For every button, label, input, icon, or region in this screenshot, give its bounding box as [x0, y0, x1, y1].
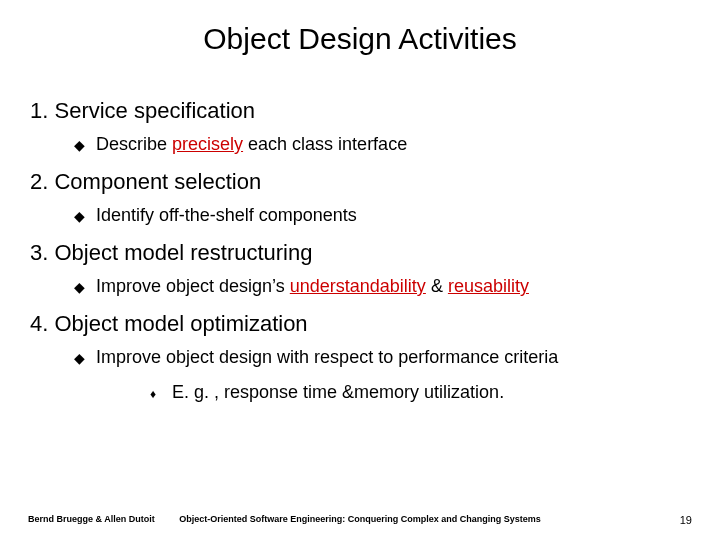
item-heading: Component selection — [54, 169, 261, 194]
bullet-icon: ◆ — [74, 278, 96, 296]
bullet-highlight: precisely — [172, 134, 243, 154]
bullet-highlight: understandability — [290, 276, 426, 296]
item-number: 4. — [30, 311, 48, 336]
bullet-pre: Describe — [96, 134, 172, 154]
bullet-text: Identify off-the-shelf components — [96, 205, 357, 226]
list-item-2: 2. Component selection — [30, 169, 690, 195]
item-heading: Object model optimization — [54, 311, 307, 336]
item-number: 3. — [30, 240, 48, 265]
bullet-row: ◆ Improve object design with respect to … — [74, 347, 690, 368]
bullet-text: Improve object design’s understandabilit… — [96, 276, 529, 297]
sub-bullet-icon: ♦ — [150, 385, 172, 403]
slide-title: Object Design Activities — [0, 0, 720, 66]
bullet-highlight-2: reusability — [448, 276, 529, 296]
list-item-4: 4. Object model optimization — [30, 311, 690, 337]
footer: Bernd Bruegge & Allen Dutoit Object-Orie… — [0, 514, 720, 526]
bullet-row: ◆ Identify off-the-shelf components — [74, 205, 690, 226]
item-number: 2. — [30, 169, 48, 194]
item-heading: Service specification — [54, 98, 255, 123]
bullet-icon: ◆ — [74, 349, 96, 367]
sub-bullet-text: E. g. , response time &memory utilizatio… — [172, 382, 504, 403]
list-item-1: 1. Service specification — [30, 98, 690, 124]
sub-bullet-row: ♦ E. g. , response time &memory utilizat… — [150, 382, 690, 403]
bullet-icon: ◆ — [74, 136, 96, 154]
bullet-text: Describe precisely each class interface — [96, 134, 407, 155]
bullet-pre: Improve object design’s — [96, 276, 290, 296]
footer-center: Object-Oriented Software Engineering: Co… — [0, 514, 720, 524]
item-heading: Object model restructuring — [54, 240, 312, 265]
bullet-icon: ◆ — [74, 207, 96, 225]
list-item-3: 3. Object model restructuring — [30, 240, 690, 266]
bullet-row: ◆ Improve object design’s understandabil… — [74, 276, 690, 297]
bullet-mid: & — [426, 276, 448, 296]
bullet-post: each class interface — [243, 134, 407, 154]
slide-content: 1. Service specification ◆ Describe prec… — [0, 66, 720, 403]
bullet-row: ◆ Describe precisely each class interfac… — [74, 134, 690, 155]
bullet-text: Improve object design with respect to pe… — [96, 347, 558, 368]
item-number: 1. — [30, 98, 48, 123]
slide: Object Design Activities 1. Service spec… — [0, 0, 720, 540]
